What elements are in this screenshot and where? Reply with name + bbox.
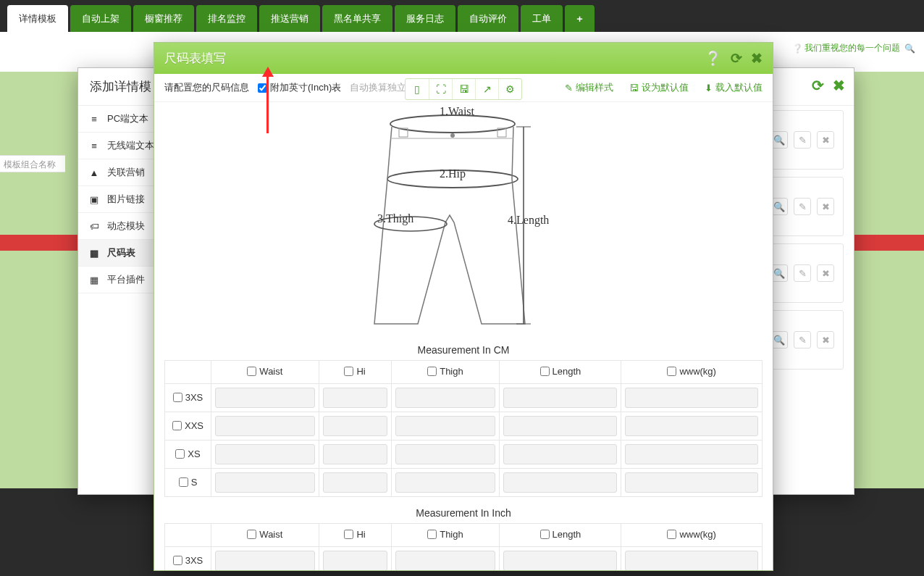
- edit-style-link[interactable]: ✎编辑样式: [565, 81, 613, 94]
- tag-icon: 🏷: [88, 221, 100, 232]
- refresh-icon[interactable]: ⟳: [731, 50, 742, 67]
- inch-checkbox[interactable]: 附加英寸(Inch)表: [258, 81, 341, 94]
- delete-button[interactable]: ✖: [817, 331, 834, 348]
- tab-blacklist[interactable]: 黑名单共享: [322, 5, 392, 32]
- help-icon: ❔: [792, 43, 803, 54]
- set-default-link[interactable]: 🖫设为默认值: [629, 81, 689, 94]
- section-title-cm: Measurement In CM: [164, 344, 763, 356]
- col-thigh[interactable]: Thigh: [427, 529, 463, 540]
- diagram-label-waist: 1.Waist: [440, 105, 474, 118]
- refresh-icon[interactable]: ⟳: [812, 77, 824, 94]
- tab-add[interactable]: ＋: [565, 5, 595, 32]
- delete-button[interactable]: ✖: [817, 198, 834, 215]
- cell-input[interactable]: [395, 444, 496, 464]
- cell-input[interactable]: [215, 388, 315, 408]
- cell-input[interactable]: [625, 416, 758, 436]
- col-hi[interactable]: Hi: [344, 529, 365, 540]
- list-icon: ≡: [88, 141, 100, 151]
- sidebar-item-label: 动态模块: [107, 220, 145, 233]
- modal-header: 尺码表填写 ❔ ⟳ ✖: [154, 43, 773, 74]
- edit-button[interactable]: ✎: [794, 264, 811, 282]
- top-nav-bar: 详情模板 自动上架 橱窗推荐 排名监控 推送营销 黑名单共享 服务日志 自动评价…: [0, 0, 924, 32]
- row-s[interactable]: S: [179, 477, 198, 488]
- tab-ticket[interactable]: 工单: [521, 5, 563, 32]
- sidebar-item-label: PC端文本: [107, 112, 148, 125]
- row-xxs[interactable]: XXS: [172, 420, 203, 431]
- tab-auto-shelf[interactable]: 自动上架: [70, 5, 131, 32]
- cell-input[interactable]: [323, 444, 387, 464]
- row-xs[interactable]: XS: [175, 448, 200, 459]
- tab-service-log[interactable]: 服务日志: [395, 5, 455, 32]
- col-hi[interactable]: Hi: [344, 366, 365, 377]
- gear-icon[interactable]: ⚙: [498, 79, 521, 99]
- table-icon: ▦: [88, 275, 100, 285]
- cell-input[interactable]: [215, 444, 315, 464]
- diagram-label-length: 4.Length: [508, 214, 549, 227]
- cell-input[interactable]: [395, 388, 496, 408]
- col-www[interactable]: www(kg): [667, 529, 716, 540]
- tab-showcase[interactable]: 橱窗推荐: [133, 5, 194, 32]
- edit-button[interactable]: ✎: [794, 331, 811, 348]
- cell-input[interactable]: [395, 551, 496, 570]
- save-icon: 🖫: [629, 83, 639, 93]
- row-3xs[interactable]: 3XS: [173, 555, 203, 566]
- cell-input[interactable]: [503, 416, 617, 436]
- close-icon[interactable]: ✖: [833, 77, 845, 94]
- col-length[interactable]: Length: [540, 529, 581, 540]
- col-thigh[interactable]: Thigh: [427, 366, 463, 377]
- export-icon[interactable]: ↗: [475, 79, 498, 99]
- tab-push[interactable]: 推送营销: [259, 5, 320, 32]
- cell-input[interactable]: [625, 388, 758, 408]
- sitemap-icon: ▲: [88, 167, 100, 178]
- cell-input[interactable]: [323, 551, 387, 570]
- cell-input[interactable]: [503, 551, 617, 570]
- col-waist[interactable]: Waist: [247, 366, 282, 377]
- top-tabs: 详情模板 自动上架 橱窗推荐 排名监控 推送营销 黑名单共享 服务日志 自动评价…: [7, 5, 595, 32]
- tab-rank[interactable]: 排名监控: [196, 5, 257, 32]
- table-row: 3XS: [165, 547, 763, 571]
- download-icon: ⬇: [705, 83, 713, 93]
- feedback-link[interactable]: ❔ 我们重视您的每一个问题 🔍: [792, 42, 915, 54]
- sidebar-item-label: 无线端文本: [107, 139, 154, 152]
- col-www[interactable]: www(kg): [667, 366, 716, 377]
- cell-input[interactable]: [215, 472, 315, 493]
- modal-body: 1.Waist 2.Hip 3.Thigh 4.Length Measureme…: [154, 102, 773, 570]
- cell-input[interactable]: [323, 416, 387, 436]
- bg-search-input[interactable]: 模板组合名称: [0, 155, 65, 172]
- row-3xs[interactable]: 3XS: [173, 392, 203, 403]
- col-waist[interactable]: Waist: [247, 529, 282, 540]
- col-length[interactable]: Length: [540, 366, 581, 377]
- cell-input[interactable]: [395, 416, 496, 436]
- delete-button[interactable]: ✖: [817, 264, 834, 282]
- diagram-label-hip: 2.Hip: [440, 167, 466, 180]
- cell-input[interactable]: [395, 472, 496, 493]
- cell-input[interactable]: [625, 444, 758, 464]
- cell-input[interactable]: [215, 416, 315, 436]
- cell-input[interactable]: [625, 551, 758, 570]
- cell-input[interactable]: [323, 388, 387, 408]
- cell-input[interactable]: [323, 472, 387, 493]
- load-default-link[interactable]: ⬇载入默认值: [705, 81, 763, 94]
- cell-input[interactable]: [503, 388, 617, 408]
- tab-auto-review[interactable]: 自动评价: [458, 5, 518, 32]
- save-icon[interactable]: 🖫: [452, 79, 475, 99]
- edit-button[interactable]: ✎: [794, 198, 811, 215]
- sidebar-item-label: 平台插件: [107, 273, 145, 286]
- expand-icon[interactable]: ⛶: [429, 79, 452, 99]
- cell-input[interactable]: [503, 472, 617, 493]
- toolbar-icon-group: ▯ ⛶ 🖫 ↗ ⚙: [405, 78, 522, 100]
- image-icon: ▣: [88, 194, 100, 205]
- modal-toolbar: 请配置您的尺码信息 附加英寸(Inch)表 自动换算独立表格 ▯ ⛶ 🖫 ↗ ⚙…: [154, 74, 773, 102]
- size-table-cm: Waist Hi Thigh Length www(kg) 3XS XXS: [164, 360, 763, 497]
- cell-input[interactable]: [625, 472, 758, 493]
- cell-input[interactable]: [503, 444, 617, 464]
- tab-detail-template[interactable]: 详情模板: [7, 5, 68, 32]
- help-icon[interactable]: ❔: [705, 50, 722, 67]
- size-table-inch: Waist Hi Thigh Length www(kg) 3XS XXS: [164, 523, 763, 570]
- link-label: 设为默认值: [642, 81, 689, 94]
- close-icon[interactable]: ✖: [751, 50, 763, 67]
- edit-button[interactable]: ✎: [794, 131, 811, 149]
- template-icon[interactable]: ▯: [406, 79, 429, 99]
- cell-input[interactable]: [215, 551, 315, 570]
- delete-button[interactable]: ✖: [817, 131, 834, 149]
